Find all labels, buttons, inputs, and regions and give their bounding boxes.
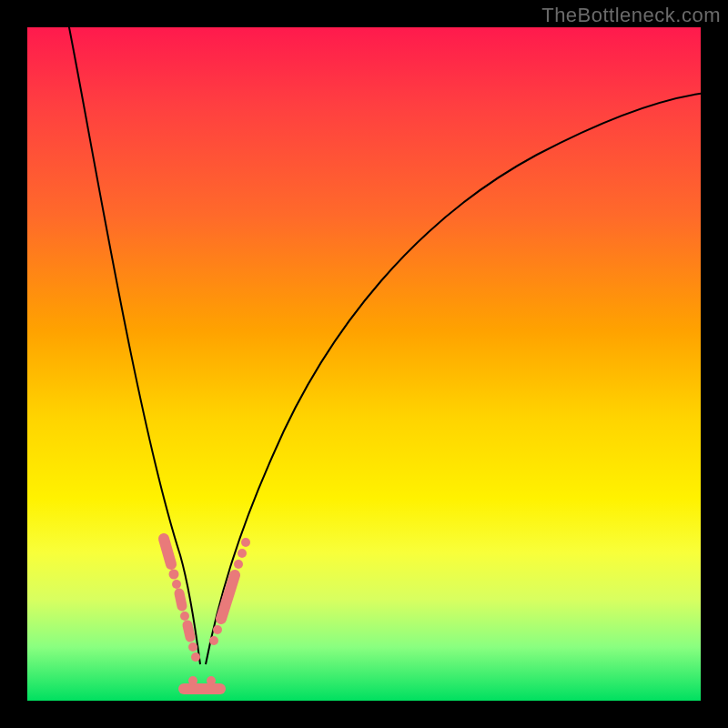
outer-frame: TheBottleneck.com — [0, 0, 728, 728]
marker-right-segment — [221, 575, 235, 619]
marker-bottom-dot-left — [188, 676, 197, 685]
marker-right-dot-5 — [241, 538, 250, 547]
left-curve — [67, 18, 200, 664]
marker-left-dot-5 — [191, 652, 200, 662]
marker-right-dot-4 — [238, 549, 247, 558]
marker-left-dot-2 — [172, 580, 181, 589]
marker-right-dot-3 — [234, 560, 243, 569]
marker-right-dot-2 — [213, 625, 222, 634]
marker-left-pair-2 — [187, 625, 190, 637]
marker-left-dot-3 — [180, 612, 189, 621]
marker-left-dot-4 — [188, 642, 197, 652]
watermark-text: TheBottleneck.com — [541, 4, 721, 27]
curve-layer — [27, 27, 701, 701]
marker-bottom-dot-right — [207, 676, 216, 685]
plot-area — [27, 27, 701, 701]
marker-left-pair-1 — [179, 593, 182, 606]
marker-right-dot-1 — [209, 636, 218, 645]
marker-left-top-segment — [164, 539, 171, 564]
right-curve — [206, 93, 705, 664]
marker-left-dot-1 — [169, 570, 179, 580]
